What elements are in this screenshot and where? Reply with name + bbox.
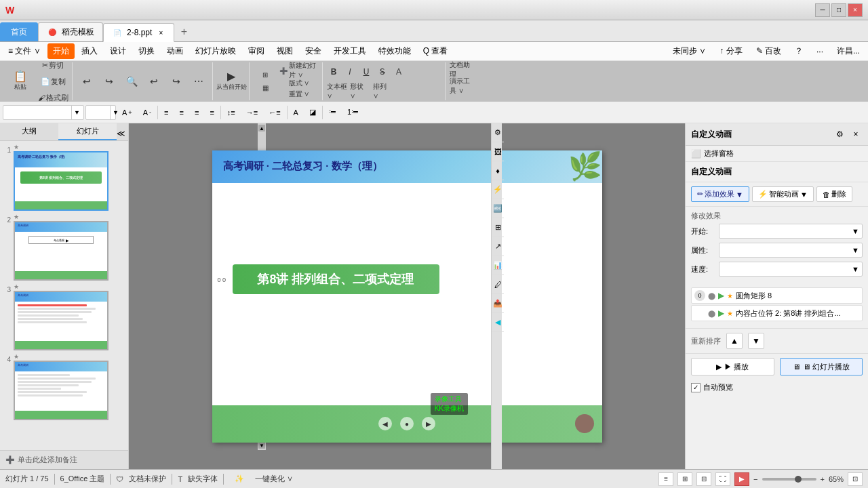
- undo2-button[interactable]: ↩: [143, 70, 165, 92]
- indent-decrease-button[interactable]: ←≡: [264, 106, 285, 119]
- add-slide-button[interactable]: ➕: [5, 455, 15, 464]
- reset-button[interactable]: 重置 ∨: [279, 89, 319, 99]
- redo-button[interactable]: ↪: [98, 70, 120, 92]
- restore-button[interactable]: □: [831, 3, 846, 17]
- justify-button[interactable]: ≡: [205, 106, 218, 119]
- slide-view-button[interactable]: ▦: [253, 82, 277, 94]
- strip-icon-11[interactable]: ◀: [492, 313, 504, 332]
- speed-dropdown[interactable]: ▼: [719, 262, 863, 277]
- menu-insert[interactable]: 插入: [76, 43, 103, 59]
- reorder-down-button[interactable]: ▼: [748, 333, 764, 349]
- menu-file[interactable]: ≡ 文件 ∨: [3, 43, 46, 59]
- minimize-button[interactable]: ─: [815, 3, 830, 17]
- present-tools-button[interactable]: 演示工具 ∨: [449, 79, 471, 94]
- menu-effects[interactable]: 特效功能: [373, 43, 416, 59]
- zoom-slider[interactable]: [762, 478, 816, 481]
- copy-button[interactable]: 📄复制: [37, 74, 69, 89]
- slide-item-4[interactable]: 4 ★ 高考调研: [3, 353, 125, 420]
- property-dropdown[interactable]: ▼: [719, 243, 863, 258]
- slide-content-box[interactable]: 第8讲 排列组合、二项式定理: [233, 264, 439, 294]
- menu-review[interactable]: 审阅: [243, 43, 270, 59]
- view-grid-button[interactable]: ⊞: [677, 472, 692, 486]
- doc-assistant-button[interactable]: 文档助理: [449, 62, 471, 77]
- font-size-input[interactable]: 0: [86, 108, 110, 117]
- new-slide-button[interactable]: ➕新建幻灯片 ∨: [279, 64, 319, 77]
- menu-devtools[interactable]: 开发工具: [328, 43, 372, 59]
- tab-outline[interactable]: 大纲: [0, 123, 58, 140]
- underline-button[interactable]: U: [359, 64, 374, 79]
- panel-settings-button[interactable]: ⚙: [833, 127, 846, 141]
- footer-circle[interactable]: [575, 414, 594, 433]
- textbox-button[interactable]: 文本框 ∨: [326, 84, 348, 99]
- redo2-button[interactable]: ↪: [165, 70, 187, 92]
- menu-sync[interactable]: 未同步 ∨: [667, 43, 711, 59]
- align-left-button[interactable]: ≡: [159, 106, 173, 119]
- new-tab-button[interactable]: +: [174, 22, 193, 41]
- font-name-input[interactable]: [3, 108, 71, 117]
- menu-more[interactable]: ···: [811, 45, 829, 58]
- panel-collapse-button[interactable]: ≪: [117, 126, 128, 138]
- slide-thumb-4[interactable]: 高考调研: [14, 361, 108, 420]
- strip-icon-1[interactable]: ⚙: [492, 123, 504, 142]
- font-name-arrow[interactable]: ▼: [71, 106, 82, 119]
- scroll-down-button[interactable]: ▼: [258, 442, 265, 449]
- strip-icon-7[interactable]: ↗: [492, 237, 504, 256]
- strikethrough-button[interactable]: S̶: [375, 64, 390, 79]
- strip-icon-8[interactable]: 📊: [492, 256, 504, 275]
- menu-security[interactable]: 安全: [300, 43, 327, 59]
- paste-button[interactable]: 📋 粘贴: [5, 64, 35, 99]
- tab-home[interactable]: 首页: [0, 22, 38, 41]
- view-outline-button[interactable]: ⊟: [696, 472, 711, 486]
- play-now-button[interactable]: ▶: [734, 472, 749, 486]
- slide-item-2[interactable]: 2 ★ 高考调研 考点透视 ▶: [3, 214, 125, 281]
- italic-button[interactable]: I: [342, 64, 357, 79]
- numbering-button[interactable]: 1≔: [342, 106, 363, 119]
- outline-view-button[interactable]: ⊞: [253, 69, 277, 81]
- anim-item-1[interactable]: ⬤ ▶ ★ 内容占位符 2: 第8讲 排列组合...: [691, 305, 863, 321]
- strip-icon-5[interactable]: 🔤: [492, 199, 504, 218]
- indent-increase-button[interactable]: →≡: [241, 106, 262, 119]
- tab-close-button[interactable]: ×: [156, 28, 165, 37]
- format-painter-button[interactable]: 🖌格式刷: [37, 90, 69, 105]
- auto-preview-checkbox[interactable]: [691, 383, 701, 392]
- align-right-button[interactable]: ≡: [190, 106, 203, 119]
- slide-item-1[interactable]: 1 ★ 高考调研·二轮总复习·数学（理） 第8讲 排列组合、二项式定理: [3, 144, 125, 211]
- slide-thumb-1[interactable]: 高考调研·二轮总复习·数学（理） 第8讲 排列组合、二项式定理: [14, 151, 108, 211]
- menu-view[interactable]: 视图: [271, 43, 298, 59]
- menu-slideshow[interactable]: 幻灯片放映: [190, 43, 241, 59]
- tab-file[interactable]: 📄 2-8.ppt ×: [103, 23, 174, 42]
- menu-home[interactable]: 开始: [47, 43, 75, 59]
- font-size-box[interactable]: 0 ▼: [85, 105, 116, 120]
- font-increase-button[interactable]: A+: [117, 106, 137, 119]
- zoom-minus-button[interactable]: −: [753, 475, 757, 483]
- more-button[interactable]: ⋯: [188, 70, 210, 92]
- undo-button[interactable]: ↩: [76, 70, 98, 92]
- fit-page-button[interactable]: ⊡: [848, 472, 863, 486]
- search-replace-button[interactable]: 🔍: [121, 70, 142, 92]
- shadow-button[interactable]: A: [391, 64, 406, 79]
- slide-item-3[interactable]: 3 ★ 高考调研: [3, 283, 125, 350]
- menu-transition[interactable]: 切换: [133, 43, 160, 59]
- menu-design[interactable]: 设计: [104, 43, 132, 59]
- scroll-up-button[interactable]: ▲: [258, 125, 265, 131]
- delete-effect-button[interactable]: 🗑 删除: [816, 186, 852, 202]
- arrange-button[interactable]: 排列 ∨: [372, 84, 394, 99]
- slide-thumb-2[interactable]: 高考调研 考点透视 ▶: [14, 221, 108, 281]
- menu-animation[interactable]: 动画: [161, 43, 189, 59]
- menu-search[interactable]: Q 查看: [418, 43, 454, 59]
- bold-button[interactable]: B: [326, 64, 341, 79]
- cut-button[interactable]: ✂剪切: [37, 58, 69, 73]
- font-color-button[interactable]: A: [289, 106, 303, 119]
- add-effect-button[interactable]: ✏ 添加效果 ▼: [691, 186, 749, 202]
- menu-user[interactable]: 许昌...: [831, 43, 865, 59]
- zoom-plus-button[interactable]: +: [821, 475, 825, 483]
- strip-icon-2[interactable]: 🖼: [492, 142, 504, 161]
- slideshow-start-button[interactable]: ▶ 从当前开始: [216, 64, 246, 99]
- shape-button[interactable]: 形状 ∨: [349, 84, 371, 99]
- tab-slides[interactable]: 幻灯片: [58, 123, 117, 140]
- view-fullscreen-button[interactable]: ⛶: [715, 472, 730, 486]
- close-button[interactable]: ×: [848, 3, 863, 17]
- strip-icon-4[interactable]: ⚡: [492, 180, 504, 199]
- bullets-button[interactable]: ≔: [324, 106, 341, 119]
- font-name-dropdown[interactable]: ▼: [3, 105, 84, 120]
